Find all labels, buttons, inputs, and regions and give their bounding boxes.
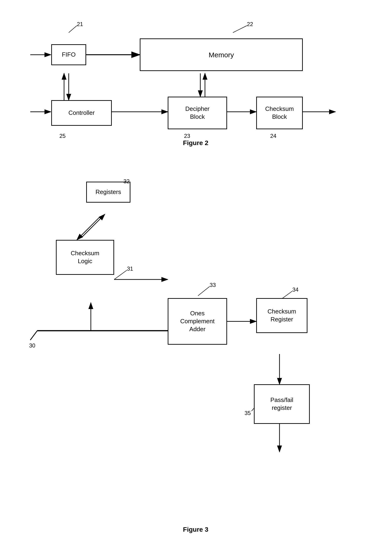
passfail-register-label: Pass/fail register — [270, 396, 293, 412]
ref-35: 35 — [244, 410, 251, 416]
ref-31: 31 — [127, 265, 133, 272]
svg-line-17 — [77, 217, 100, 240]
fifo-block: FIFO — [51, 44, 86, 65]
svg-line-21 — [30, 331, 37, 340]
fifo-label: FIFO — [62, 51, 76, 59]
ref-25: 25 — [59, 133, 66, 139]
checksum-register-label: Checksum Register — [268, 308, 296, 323]
checksum-register-block: Checksum Register — [256, 298, 307, 333]
figure2-caption: Figure 2 — [183, 139, 209, 147]
svg-line-28 — [114, 270, 127, 279]
ref-30: 30 — [29, 342, 35, 349]
page: FIFO Memory Controller Decipher Block Ch… — [0, 0, 392, 558]
passfail-register-block: Pass/fail register — [254, 384, 310, 424]
ref-32: 32 — [123, 178, 130, 185]
decipher-block: Decipher Block — [168, 97, 227, 129]
ones-complement-label: Ones Complement Adder — [180, 310, 215, 333]
controller-block: Controller — [51, 100, 112, 126]
ref-34: 34 — [292, 287, 299, 293]
memory-block: Memory — [140, 38, 303, 71]
registers-label: Registers — [96, 188, 121, 196]
memory-label: Memory — [209, 50, 234, 59]
controller-label: Controller — [69, 109, 95, 117]
figure3-caption: Figure 3 — [183, 526, 209, 533]
svg-line-13 — [69, 26, 77, 33]
ref-33: 33 — [210, 282, 216, 288]
checksum-logic-label: Checksum Logic — [71, 249, 99, 265]
svg-line-26 — [30, 331, 37, 340]
svg-line-14 — [233, 26, 247, 33]
ones-complement-block: Ones Complement Adder — [168, 298, 227, 345]
svg-line-18 — [81, 214, 105, 237]
decipher-label: Decipher Block — [185, 105, 209, 121]
checksum-block-fig2: Checksum Block — [256, 97, 303, 129]
ref-22: 22 — [247, 21, 253, 27]
ref-23: 23 — [184, 133, 190, 139]
checksum-block-label: Checksum Block — [265, 105, 294, 121]
figure2-area: FIFO Memory Controller Decipher Block Ch… — [23, 14, 368, 149]
svg-line-29 — [198, 287, 210, 296]
ref-24: 24 — [270, 133, 277, 139]
checksum-logic-block: Checksum Logic — [56, 240, 114, 275]
registers-block: Registers — [86, 182, 131, 203]
ref-21: 21 — [77, 21, 83, 27]
figure3-area: Registers Checksum Logic Ones Complement… — [23, 163, 368, 536]
